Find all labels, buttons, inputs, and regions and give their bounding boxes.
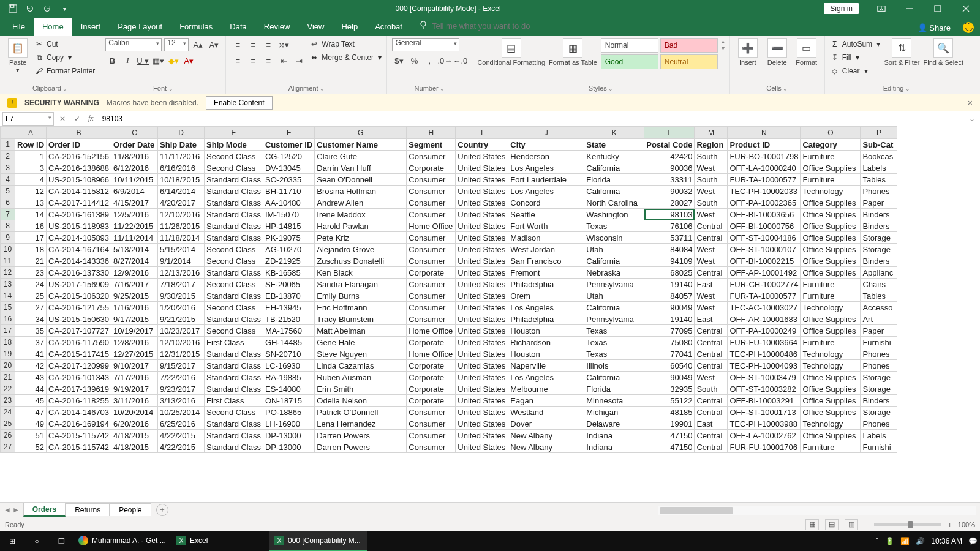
cell[interactable]: United States [456, 348, 508, 360]
cell[interactable]: South [695, 383, 728, 395]
bold-button[interactable]: B [105, 54, 119, 67]
cell[interactable]: Second Class [205, 302, 263, 313]
close-warning-icon[interactable]: × [968, 98, 973, 108]
cell[interactable]: 11/22/2015 [111, 220, 158, 232]
cell[interactable]: 27 [15, 302, 47, 313]
shrink-font-icon[interactable]: A▾ [207, 38, 221, 51]
cell[interactable]: West [695, 290, 728, 302]
cell[interactable]: Consumer [407, 232, 456, 244]
cell[interactable]: Standard Class [205, 418, 263, 430]
col-header[interactable]: F [263, 127, 314, 139]
cell[interactable]: Consumer [407, 174, 456, 186]
cell[interactable]: 5/13/2014 [111, 244, 158, 255]
cell[interactable]: TEC-PH-10003988 [728, 418, 801, 430]
cell[interactable]: Furnishi [861, 337, 897, 348]
cell[interactable]: 51 [15, 430, 47, 441]
cell[interactable]: 19140 [644, 279, 695, 290]
cell[interactable]: Washington [584, 209, 644, 220]
cell[interactable]: 4/22/2015 [158, 441, 205, 453]
cell[interactable]: Texas [584, 325, 644, 337]
cell[interactable]: CA-2016-138688 [47, 162, 111, 174]
border-button[interactable]: ▦▾ [151, 54, 165, 67]
col-header[interactable]: M [695, 127, 728, 139]
cell[interactable]: Pennsylvania [584, 279, 644, 290]
cell[interactable]: Consumer [407, 186, 456, 197]
align-left-icon[interactable]: ≡ [231, 54, 244, 67]
expand-formula-bar-icon[interactable]: ⌄ [964, 114, 980, 123]
normal-view-icon[interactable]: ▦ [805, 519, 819, 530]
cell[interactable]: Home Office [407, 348, 456, 360]
cell[interactable]: Eagan [508, 395, 584, 407]
align-middle-icon[interactable]: ≡ [246, 38, 260, 51]
cell[interactable]: Office Supplies [801, 162, 861, 174]
row-header[interactable]: 1 [1, 139, 15, 151]
maximize-icon[interactable] [924, 0, 952, 17]
cell[interactable]: City [508, 139, 584, 151]
cell[interactable]: Los Angeles [508, 162, 584, 174]
cell[interactable]: 4/18/2015 [111, 441, 158, 453]
align-top-icon[interactable]: ≡ [231, 38, 244, 51]
cell[interactable]: Office Supplies [801, 244, 861, 255]
row-header[interactable]: 26 [1, 430, 15, 441]
cell[interactable]: Henderson [508, 151, 584, 162]
tray-show-hidden-icon[interactable]: ˄ [875, 537, 879, 545]
cell[interactable]: 48185 [644, 407, 695, 418]
cell[interactable]: Consumer [407, 430, 456, 441]
cell[interactable]: East [695, 418, 728, 430]
zoom-out-icon[interactable]: − [864, 521, 868, 528]
cell[interactable]: Darren Powers [315, 430, 407, 441]
cell[interactable]: OFF-BI-10003291 [728, 395, 801, 407]
cell[interactable]: Seattle [508, 209, 584, 220]
cell[interactable]: 23 [15, 267, 47, 279]
indent-increase-icon[interactable]: ⇥ [292, 54, 306, 67]
cell[interactable]: Lena Hernandez [315, 418, 407, 430]
cell[interactable]: Binders [861, 255, 897, 267]
cell[interactable]: 21 [15, 255, 47, 267]
cell[interactable]: Bookcas [861, 151, 897, 162]
tab-help[interactable]: Help [333, 18, 366, 36]
row-header[interactable]: 2 [1, 151, 15, 162]
cell[interactable]: 42420 [644, 151, 695, 162]
cell[interactable]: Houston [508, 348, 584, 360]
cell[interactable]: Furniture [801, 441, 861, 453]
cell[interactable]: 12/13/2016 [158, 267, 205, 279]
cell[interactable]: 12 [15, 186, 47, 197]
align-right-icon[interactable]: ≡ [262, 54, 275, 67]
cell[interactable]: United States [456, 337, 508, 348]
zoom-slider[interactable] [874, 523, 941, 526]
cell[interactable]: Corporate [407, 337, 456, 348]
row-header[interactable]: 27 [1, 441, 15, 453]
cell[interactable]: 12/5/2016 [111, 209, 158, 220]
cell[interactable]: FUR-CH-10002774 [728, 279, 801, 290]
cell[interactable]: 37 [15, 337, 47, 348]
cell[interactable]: PK-19075 [263, 232, 314, 244]
col-header[interactable]: C [111, 127, 158, 139]
tab-home[interactable]: Home [34, 18, 72, 36]
enable-content-button[interactable]: Enable Content [206, 96, 273, 110]
cell[interactable]: 42 [15, 360, 47, 372]
close-icon[interactable] [952, 0, 980, 17]
cell[interactable]: DP-13000 [263, 441, 314, 453]
cell[interactable]: Corporate [407, 162, 456, 174]
comma-format-icon[interactable]: , [423, 54, 436, 67]
cell[interactable]: US-2015-150630 [47, 313, 111, 325]
task-view-icon[interactable]: ❐ [49, 531, 74, 551]
cell[interactable]: 9/23/2017 [158, 383, 205, 395]
col-header[interactable]: I [456, 127, 508, 139]
tray-volume-icon[interactable]: 🔊 [916, 537, 925, 545]
cell[interactable]: Corporate [407, 360, 456, 372]
cell[interactable]: Second Class [205, 407, 263, 418]
col-header[interactable]: N [728, 127, 801, 139]
cell[interactable]: 7/18/2017 [158, 279, 205, 290]
cell[interactable]: Office Supplies [801, 395, 861, 407]
cell[interactable]: United States [456, 186, 508, 197]
cell[interactable]: CG-12520 [263, 151, 314, 162]
row-header[interactable]: 22 [1, 383, 15, 395]
font-color-button[interactable]: A▾ [182, 54, 195, 67]
cell[interactable]: Applianc [861, 267, 897, 279]
cell[interactable]: Standard Class [205, 232, 263, 244]
taskbar-app-excel[interactable]: XExcel [172, 531, 270, 551]
cell[interactable]: Fort Worth [508, 220, 584, 232]
cell[interactable]: CA-2015-106320 [47, 290, 111, 302]
format-painter-button[interactable]: 🖌Format Painter [34, 65, 95, 77]
